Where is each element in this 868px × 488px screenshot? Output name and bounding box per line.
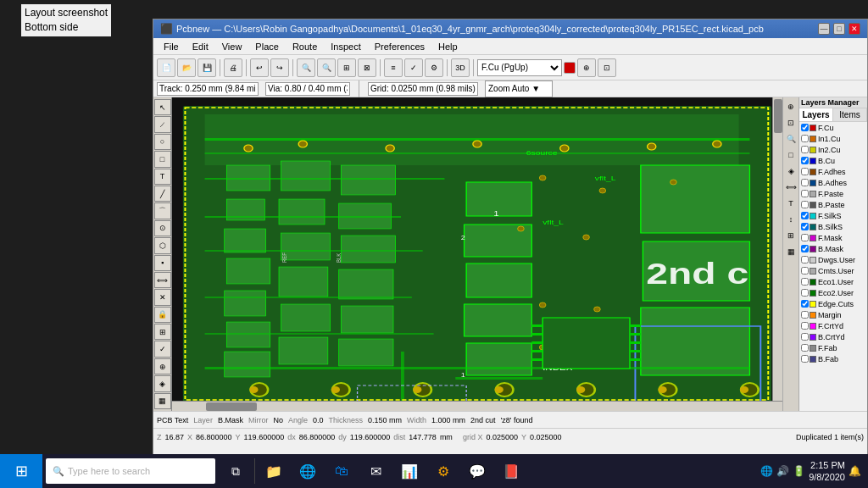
taskbar-app2[interactable]: ⚙ (426, 454, 460, 488)
menu-inspect[interactable]: Inspect (324, 40, 367, 53)
notification-icon[interactable]: 🔔 (849, 465, 861, 477)
volume-icon[interactable]: 🔊 (776, 465, 789, 477)
tb-3d[interactable]: 3D (451, 58, 470, 77)
lt-add-comp[interactable]: □ (154, 151, 171, 167)
layer-row[interactable]: B.Cu (799, 155, 867, 166)
menu-place[interactable]: Place (248, 40, 286, 53)
lt-route[interactable]: ⟋ (154, 116, 171, 132)
lt-extra1[interactable]: ⊕ (154, 358, 171, 374)
lt-via[interactable]: ○ (154, 134, 171, 150)
scroll-thumb-v[interactable] (774, 99, 782, 133)
items-tab[interactable]: Items (833, 108, 867, 121)
lt-extra3[interactable]: ▦ (154, 393, 171, 409)
zoom-input[interactable] (485, 80, 553, 97)
tb-zoom-in[interactable]: 🔍 (297, 58, 315, 77)
minimize-button[interactable]: — (818, 23, 830, 35)
scroll-thumb-h[interactable] (206, 402, 257, 411)
menu-preferences[interactable]: Preferences (368, 40, 431, 53)
layer-check[interactable] (801, 212, 809, 219)
layer-check[interactable] (801, 124, 809, 131)
tb-extra1[interactable]: ⊕ (577, 58, 596, 77)
tb-drc[interactable]: ✓ (404, 58, 423, 77)
taskbar-app3[interactable]: 💬 (460, 454, 494, 488)
rt-btn8[interactable]: ↕ (783, 212, 798, 227)
layer-row[interactable]: In2.Cu (799, 144, 867, 155)
layer-row[interactable]: B.SilkS (799, 221, 867, 232)
lt-grid[interactable]: ⊞ (154, 324, 171, 340)
tb-save[interactable]: 💾 (198, 58, 216, 77)
layer-row[interactable]: F.SilkS (799, 210, 867, 221)
lt-circle[interactable]: ⊙ (154, 220, 171, 236)
taskbar-mail[interactable]: ✉ (359, 454, 392, 488)
lt-del[interactable]: ✕ (154, 289, 171, 305)
layer-row[interactable]: B.Mask (799, 243, 867, 254)
rt-btn7[interactable]: T (783, 196, 798, 211)
layer-row[interactable]: Edge.Cuts (799, 298, 867, 309)
lt-arc[interactable]: ⌒ (154, 202, 171, 219)
layer-check[interactable] (801, 344, 809, 352)
taskbar-file-explorer[interactable]: 📁 (257, 454, 291, 488)
lt-polygon[interactable]: ⬡ (154, 237, 171, 253)
menu-edit[interactable]: Edit (186, 40, 215, 53)
layer-row[interactable]: Cmts.User (799, 265, 867, 276)
layer-check[interactable] (801, 322, 809, 330)
layer-check[interactable] (801, 135, 809, 142)
rt-btn4[interactable]: □ (783, 147, 798, 163)
menu-route[interactable]: Route (286, 40, 324, 53)
layer-check[interactable] (801, 289, 809, 297)
layer-check[interactable] (801, 234, 809, 241)
layer-check[interactable] (801, 256, 809, 263)
grid-input[interactable] (368, 82, 478, 96)
rt-btn2[interactable]: ⊡ (783, 115, 798, 130)
search-bar[interactable]: 🔍 Type here to search (46, 458, 215, 484)
via-input[interactable] (265, 82, 350, 96)
layer-check[interactable] (801, 278, 809, 286)
layer-row[interactable]: B.CrtYd (799, 331, 867, 342)
tb-zoom-out[interactable]: 🔍 (317, 58, 336, 77)
tb-open[interactable]: 📂 (177, 58, 196, 77)
tb-redo[interactable]: ↪ (270, 58, 289, 77)
layer-check[interactable] (801, 267, 809, 274)
tb-new[interactable]: 📄 (157, 58, 175, 77)
layer-check[interactable] (801, 168, 809, 175)
layer-row[interactable]: Dwgs.User (799, 254, 867, 265)
taskbar-edge[interactable]: 🌐 (291, 454, 325, 488)
layer-row[interactable]: F.CrtYd (799, 320, 867, 331)
layer-row[interactable]: F.Adhes (799, 166, 867, 177)
rt-btn6[interactable]: ⟺ (783, 180, 798, 195)
layer-row[interactable]: Eco2.User (799, 287, 867, 298)
layer-row[interactable]: Eco1.User (799, 276, 867, 287)
layer-check[interactable] (801, 300, 809, 308)
layer-check[interactable] (801, 179, 809, 186)
lt-drc2[interactable]: ✓ (154, 341, 171, 357)
tb-undo[interactable]: ↩ (250, 58, 269, 77)
lt-text[interactable]: T (154, 169, 171, 185)
lt-fill[interactable]: ▪ (154, 255, 171, 271)
tb-setup[interactable]: ⚙ (425, 58, 443, 77)
layers-tab[interactable]: Layers (799, 108, 833, 121)
tb-netlist[interactable]: ≡ (384, 58, 403, 77)
lt-measure[interactable]: ⟺ (154, 272, 171, 288)
clock[interactable]: 2:15 PM 9/8/2020 (809, 459, 845, 484)
layer-check[interactable] (801, 223, 809, 230)
layer-row[interactable]: B.Adhes (799, 177, 867, 188)
lt-extra2[interactable]: ◈ (154, 375, 171, 391)
layer-row[interactable]: In1.Cu (799, 133, 867, 144)
layer-row[interactable]: B.Fab (799, 353, 867, 364)
layer-row[interactable]: F.Paste (799, 188, 867, 199)
layer-row[interactable]: F.Mask (799, 232, 867, 243)
rt-btn5[interactable]: ◈ (783, 164, 798, 179)
battery-icon[interactable]: 🔋 (793, 465, 805, 477)
layer-check[interactable] (801, 146, 809, 153)
lt-cursor[interactable]: ↖ (154, 99, 171, 115)
tb-extra2[interactable]: ⊡ (598, 58, 616, 77)
layer-check[interactable] (801, 245, 809, 252)
layer-row[interactable]: B.Paste (799, 199, 867, 210)
menu-file[interactable]: File (157, 40, 186, 53)
track-input[interactable] (157, 82, 259, 96)
menu-view[interactable]: View (215, 40, 249, 53)
layer-select[interactable]: F.Cu (PgUp) (477, 59, 562, 76)
horizontal-scrollbar[interactable] (172, 401, 782, 411)
layer-row[interactable]: F.Fab (799, 342, 867, 353)
tb-zoom-sel[interactable]: ⊠ (358, 58, 376, 77)
